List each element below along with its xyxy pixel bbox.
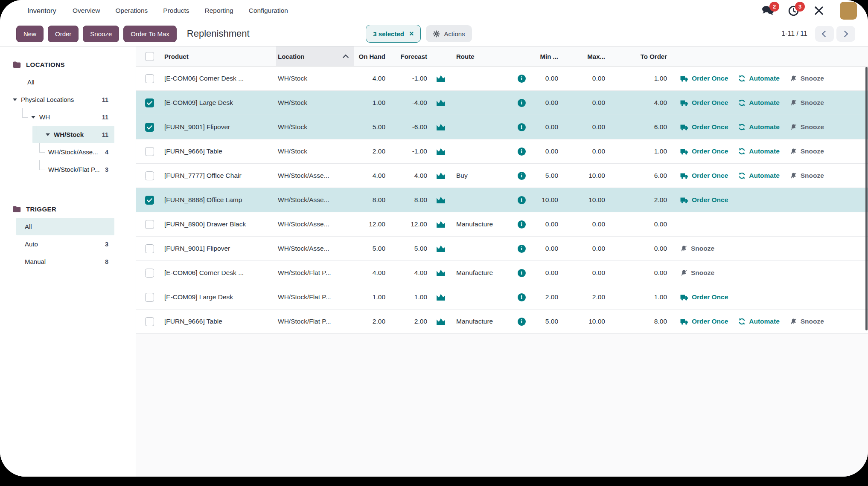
user-avatar[interactable] bbox=[840, 2, 857, 20]
row-checkbox[interactable] bbox=[145, 269, 154, 278]
snooze-button[interactable]: Snooze bbox=[680, 245, 714, 252]
info-icon[interactable]: i bbox=[518, 172, 526, 180]
select-all-checkbox[interactable] bbox=[145, 52, 154, 61]
location-item-physical-locations[interactable]: Physical Locations11 bbox=[0, 91, 114, 108]
info-icon[interactable]: i bbox=[518, 245, 526, 253]
automate-button[interactable]: Automate bbox=[738, 75, 779, 82]
trigger-item-manual[interactable]: Manual8 bbox=[16, 253, 114, 270]
info-icon[interactable]: i bbox=[518, 220, 526, 229]
caret-down-icon[interactable] bbox=[46, 133, 50, 136]
app-brand[interactable]: Inventory bbox=[27, 7, 56, 15]
column-header-forecast[interactable]: Forecast bbox=[387, 46, 428, 66]
to-order-value[interactable]: 0.00 bbox=[606, 220, 668, 228]
automate-button[interactable]: Automate bbox=[738, 123, 779, 131]
nav-item-reporting[interactable]: Reporting bbox=[204, 7, 233, 14]
nav-item-products[interactable]: Products bbox=[163, 7, 189, 14]
automate-button[interactable]: Automate bbox=[738, 99, 779, 107]
to-order-value[interactable]: 4.00 bbox=[606, 99, 668, 107]
column-header-on-hand[interactable]: On Hand bbox=[354, 46, 387, 66]
info-icon[interactable]: i bbox=[518, 148, 526, 156]
row-checkbox[interactable] bbox=[145, 171, 154, 180]
to-order-value[interactable]: 1.00 bbox=[606, 75, 668, 82]
product-name[interactable]: [E-COM09] Large Desk bbox=[163, 293, 276, 301]
column-header-route[interactable]: Route bbox=[453, 46, 511, 66]
product-name[interactable]: [FURN_7777] Office Chair bbox=[163, 172, 276, 179]
order-once-button[interactable]: Order Once bbox=[680, 99, 728, 107]
product-name[interactable]: [FURN_9666] Table bbox=[163, 318, 276, 325]
order-once-button[interactable]: Order Once bbox=[680, 75, 728, 82]
row-checkbox[interactable] bbox=[145, 244, 154, 253]
product-name[interactable]: [FURN_9001] Flipover bbox=[163, 245, 276, 252]
scrollbar[interactable] bbox=[865, 67, 868, 330]
column-header-to-order[interactable]: To Order bbox=[606, 46, 668, 66]
row-checkbox[interactable] bbox=[145, 123, 154, 132]
snooze-button[interactable]: Snooze bbox=[790, 123, 824, 131]
to-order-value[interactable]: 1.00 bbox=[606, 148, 668, 155]
actions-button[interactable]: Actions bbox=[426, 25, 472, 42]
pager-next-button[interactable] bbox=[836, 26, 855, 42]
to-order-value[interactable]: 0.00 bbox=[606, 245, 668, 252]
forecast-chart-button[interactable] bbox=[428, 123, 453, 131]
table-row[interactable]: [E-COM06] Corner Desk ...WH/Stock/Flat P… bbox=[136, 261, 868, 285]
product-name[interactable]: [FURN_8900] Drawer Black bbox=[163, 220, 276, 228]
to-order-value[interactable]: 0.00 bbox=[606, 269, 668, 277]
forecast-chart-button[interactable] bbox=[428, 172, 453, 179]
to-order-value[interactable]: 2.00 bbox=[606, 196, 668, 204]
column-header-max[interactable]: Max... bbox=[559, 46, 606, 66]
snooze-button[interactable]: Snooze bbox=[790, 148, 824, 155]
info-icon[interactable]: i bbox=[518, 293, 526, 301]
forecast-chart-button[interactable] bbox=[428, 293, 453, 301]
automate-button[interactable]: Automate bbox=[738, 148, 779, 155]
forecast-chart-button[interactable] bbox=[428, 318, 453, 325]
location-item-wh-stock-asse[interactable]: WH/Stock/Asse...4 bbox=[32, 143, 114, 161]
forecast-chart-button[interactable] bbox=[428, 148, 453, 155]
activities-button[interactable]: 3 bbox=[787, 5, 800, 16]
forecast-chart-button[interactable] bbox=[428, 269, 453, 277]
caret-down-icon[interactable] bbox=[31, 116, 35, 119]
table-row[interactable]: [FURN_9666] TableWH/Stock2.00-1.00i0.000… bbox=[136, 139, 868, 164]
order-button[interactable]: Order bbox=[48, 26, 79, 42]
info-icon[interactable]: i bbox=[518, 75, 526, 83]
table-row[interactable]: [E-COM06] Corner Desk ...WH/Stock4.00-1.… bbox=[136, 67, 868, 91]
automate-button[interactable]: Automate bbox=[738, 318, 779, 325]
table-row[interactable]: [FURN_8888] Office LampWH/Stock/Asse...8… bbox=[136, 188, 868, 212]
nav-item-configuration[interactable]: Configuration bbox=[249, 7, 288, 14]
order-once-button[interactable]: Order Once bbox=[680, 293, 728, 301]
order-once-button[interactable]: Order Once bbox=[680, 196, 728, 204]
info-icon[interactable]: i bbox=[518, 318, 526, 326]
row-checkbox[interactable] bbox=[145, 293, 154, 302]
trigger-item-auto[interactable]: Auto3 bbox=[16, 235, 114, 253]
row-checkbox[interactable] bbox=[145, 98, 154, 107]
product-name[interactable]: [E-COM09] Large Desk bbox=[163, 99, 276, 107]
trigger-item-all[interactable]: All bbox=[16, 218, 114, 235]
product-name[interactable]: [FURN_9666] Table bbox=[163, 148, 276, 155]
column-header-location[interactable]: Location bbox=[276, 46, 354, 66]
order-once-button[interactable]: Order Once bbox=[680, 172, 728, 179]
column-header-min[interactable]: Min ... bbox=[532, 46, 559, 66]
automate-button[interactable]: Automate bbox=[738, 172, 779, 179]
forecast-chart-button[interactable] bbox=[428, 99, 453, 107]
to-order-value[interactable]: 6.00 bbox=[606, 172, 668, 179]
snooze-button[interactable]: Snooze bbox=[790, 172, 824, 179]
location-item-wh[interactable]: WH11 bbox=[0, 108, 114, 126]
nav-item-overview[interactable]: Overview bbox=[73, 7, 100, 14]
location-item-all[interactable]: All bbox=[0, 73, 114, 91]
order-once-button[interactable]: Order Once bbox=[680, 123, 728, 131]
forecast-chart-button[interactable] bbox=[428, 196, 453, 204]
snooze-button[interactable]: Snooze bbox=[680, 269, 714, 277]
snooze-button[interactable]: Snooze bbox=[83, 26, 119, 42]
snooze-button[interactable]: Snooze bbox=[790, 318, 824, 325]
forecast-chart-button[interactable] bbox=[428, 75, 453, 82]
info-icon[interactable]: i bbox=[518, 99, 526, 107]
column-header-product[interactable]: Product bbox=[163, 46, 276, 66]
forecast-chart-button[interactable] bbox=[428, 220, 453, 228]
info-icon[interactable]: i bbox=[518, 269, 526, 277]
product-name[interactable]: [E-COM06] Corner Desk ... bbox=[163, 75, 276, 82]
pager-previous-button[interactable] bbox=[815, 26, 834, 42]
order-once-button[interactable]: Order Once bbox=[680, 148, 728, 155]
location-item-wh-stock[interactable]: WH/Stock11 bbox=[32, 126, 114, 143]
product-name[interactable]: [FURN_8888] Office Lamp bbox=[163, 196, 276, 204]
order-once-button[interactable]: Order Once bbox=[680, 318, 728, 325]
table-row[interactable]: [E-COM09] Large DeskWH/Stock/Flat P...1.… bbox=[136, 285, 868, 310]
row-checkbox[interactable] bbox=[145, 74, 154, 83]
